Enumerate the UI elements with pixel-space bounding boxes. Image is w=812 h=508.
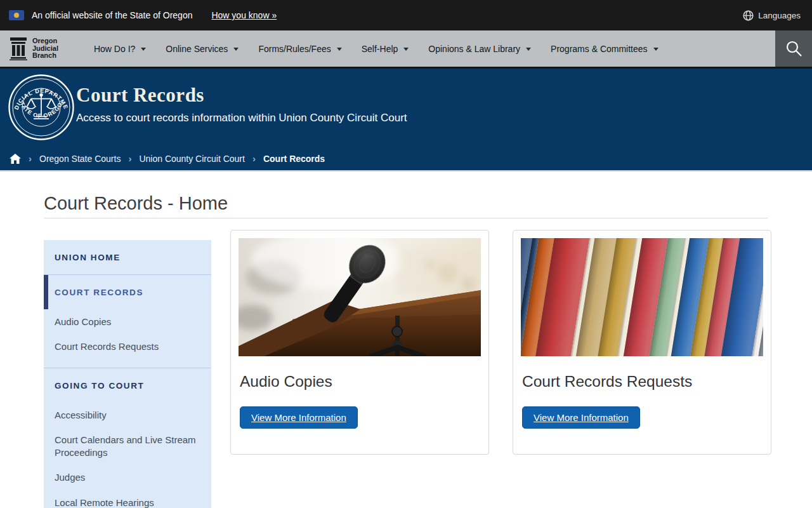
card-audio-copies: Audio Copies View More Information [230, 230, 489, 455]
folders-stripes [521, 238, 763, 356]
nav-menu: How Do I? Online Services Forms/Rules/Fe… [94, 44, 658, 54]
utility-bar: An official website of the State of Oreg… [0, 0, 812, 30]
official-website-text: An official website of the State of Oreg… [32, 10, 192, 20]
audio-copies-photo [239, 238, 481, 356]
oregon-flag-icon [9, 10, 24, 20]
how-you-know-link[interactable]: How you know » [211, 10, 277, 20]
view-more-information-button-audio-copies[interactable]: View More Information [240, 406, 358, 429]
court-records-requests-photo [521, 238, 763, 356]
judicial-department-seal: JUDICIAL DEPARTMENT STATE OF OREGON [8, 74, 74, 140]
breadcrumb-union-county-circuit-court[interactable]: Union County Circuit Court [139, 154, 245, 164]
view-more-information-button-court-records-requests[interactable]: View More Information [522, 406, 640, 429]
main-nav: Oregon Judicial Branch How Do I? Online … [0, 30, 812, 67]
chevron-down-icon [403, 48, 409, 53]
sidebar-item-union-home[interactable]: UNION HOME [44, 240, 211, 274]
page-banner-title: Court Records [76, 84, 407, 107]
globe-icon [743, 10, 754, 21]
nav-item-how-do-i[interactable]: How Do I? [94, 44, 146, 54]
nav-item-online-services[interactable]: Online Services [166, 44, 239, 54]
sidebar-nav: UNION HOME COURT RECORDS Audio Copies Co… [44, 240, 211, 508]
breadcrumb-current-court-records: Court Records [263, 154, 325, 164]
chevron-down-icon [233, 48, 239, 53]
nav-item-programs-committees[interactable]: Programs & Committees [551, 44, 658, 54]
languages-button[interactable]: Languages [743, 10, 801, 21]
sidebar-item-judges[interactable]: Judges [44, 465, 211, 490]
breadcrumb-separator: › [29, 153, 32, 164]
pillar-icon [9, 37, 28, 60]
sidebar-item-audio-copies[interactable]: Audio Copies [44, 309, 211, 334]
sidebar-item-local-remote-hearings[interactable]: Local Remote Hearings [44, 490, 211, 508]
search-button[interactable] [775, 30, 812, 67]
hero-banner: JUDICIAL DEPARTMENT STATE OF OREGON Cour… [0, 69, 812, 147]
chevron-down-icon [653, 48, 658, 53]
card-grid: Audio Copies View More Information Court… [230, 230, 771, 455]
main-content: Court Records - Home UNION HOME COURT RE… [0, 171, 812, 508]
heading-divider [44, 218, 768, 218]
breadcrumb-separator: › [252, 153, 256, 164]
ojd-logo[interactable]: Oregon Judicial Branch [9, 37, 58, 60]
breadcrumb-separator: › [128, 153, 131, 164]
sidebar-item-court-records-active[interactable]: COURT RECORDS [44, 275, 211, 309]
card-title-audio-copies: Audio Copies [239, 373, 481, 391]
search-icon [785, 40, 802, 57]
sidebar-item-court-calendars[interactable]: Court Calendars and Live Stream Proceedi… [44, 427, 211, 465]
languages-label: Languages [758, 11, 801, 20]
breadcrumb: › Oregon State Courts › Union County Cir… [0, 147, 812, 171]
home-icon[interactable] [10, 154, 21, 164]
sidebar-item-going-to-court[interactable]: GOING TO COURT [44, 368, 211, 403]
page-banner-subtitle: Access to court records information with… [76, 112, 407, 124]
nav-item-self-help[interactable]: Self-Help [362, 44, 409, 54]
chevron-down-icon [337, 48, 342, 53]
sidebar-item-court-records-requests[interactable]: Court Records Requests [44, 334, 211, 359]
ojd-logo-text: Oregon Judicial Branch [32, 37, 58, 60]
nav-item-opinions-law-library[interactable]: Opinions & Law Library [428, 44, 531, 54]
nav-item-forms-rules-fees[interactable]: Forms/Rules/Fees [258, 44, 341, 54]
card-title-court-records-requests: Court Records Requests [521, 373, 763, 391]
chevron-down-icon [141, 48, 146, 53]
chevron-down-icon [526, 48, 531, 53]
sidebar-item-accessibility[interactable]: Accessibility [44, 403, 211, 427]
card-court-records-requests: Court Records Requests View More Informa… [513, 230, 771, 455]
page-title: Court Records - Home [44, 193, 228, 214]
breadcrumb-oregon-state-courts[interactable]: Oregon State Courts [39, 154, 121, 164]
